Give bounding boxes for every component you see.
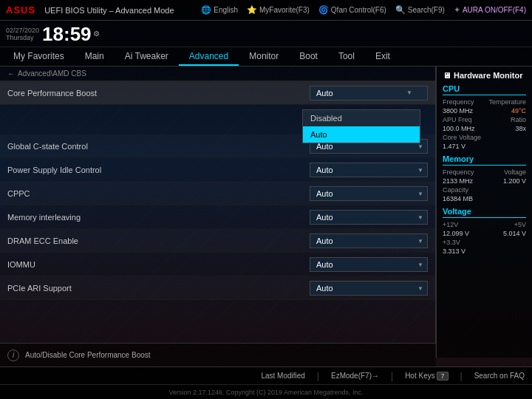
asus-logo: ASUS (6, 4, 35, 16)
setting-label-pcie-ari: PCIe ARI Support (7, 284, 310, 293)
setting-row-power-supply[interactable]: Power Supply Idle Control Auto ▼ (0, 158, 435, 182)
right-panel: 🖥 Hardware Monitor CPU Frequency Tempera… (436, 66, 532, 358)
setting-value-wrap-iommu: Auto ▼ (310, 257, 428, 272)
search-icon: 🔍 (395, 5, 406, 15)
bottom-item-last-modified[interactable]: Last Modified (261, 372, 304, 380)
footer: Version 2.17.1246. Copyright (C) 2019 Am… (0, 384, 532, 399)
hw-label-freq: Frequency (443, 98, 474, 106)
select-value: Auto (316, 89, 333, 98)
setting-value-wrap-pcie-ari: Auto ▼ (310, 281, 428, 296)
tab-exit[interactable]: Exit (365, 47, 400, 66)
setting-label-memory-interleaving: Memory interleaving (7, 213, 310, 222)
info-bar: i Auto/Disable Core Performance Boost (0, 343, 436, 358)
setting-select-power-supply[interactable]: Auto (310, 163, 428, 177)
date-line2: Thursday (6, 34, 39, 41)
setting-label-core-perf-boost: Core Performance Boost (7, 89, 310, 98)
hw-label-temp: Temperature (488, 98, 526, 106)
setting-label-cppc: CPPC (7, 189, 310, 198)
monitor-icon: 🖥 (443, 71, 451, 80)
hw-value-33v: 3.313 V (443, 248, 466, 255)
main-layout: ← Advanced\AMD CBS Core Performance Boos… (0, 66, 532, 358)
hw-value-temp: 49°C (511, 107, 526, 115)
hw-label-memfreq: Frequency (443, 168, 474, 176)
breadcrumb-path: Advanced\AMD CBS (18, 69, 86, 78)
hw-row-memfreq-label: Frequency Voltage (443, 168, 526, 176)
fan-icon: 🌀 (318, 5, 329, 15)
settings-list: Core Performance Boost Auto ▼ Disabled A… (0, 81, 435, 300)
breadcrumb: ← Advanced\AMD CBS (0, 66, 435, 81)
date-line1: 02/27/2020 (6, 27, 39, 34)
hw-row-apu: APU Freq Ratio (443, 116, 526, 123)
memory-section-title: Memory (443, 154, 526, 166)
star-icon: ⭐ (247, 5, 257, 15)
myfavorite-btn[interactable]: ⭐ MyFavorite(F3) (247, 5, 310, 15)
hw-value-apufreq: 100.0 MHz (443, 125, 475, 132)
setting-select-iommu[interactable]: Auto (310, 257, 428, 272)
bottom-item-search-faq[interactable]: Search on FAQ (474, 372, 525, 380)
aura-btn[interactable]: ✦ AURA ON/OFF(F4) (454, 5, 526, 15)
left-panel: ← Advanced\AMD CBS Core Performance Boos… (0, 66, 436, 358)
setting-value-wrap-memory-interleaving: Auto ▼ (310, 210, 428, 225)
tab-ai-tweaker[interactable]: Ai Tweaker (115, 47, 179, 66)
setting-select-memory-interleaving[interactable]: Auto (310, 210, 428, 225)
setting-row-iommu[interactable]: IOMMU Auto ▼ (0, 253, 435, 276)
language-label: English (214, 6, 238, 14)
language-selector[interactable]: 🌐 English (201, 5, 238, 15)
hw-row-corevolt-label: Core Voltage (443, 134, 526, 141)
top-bar: ASUS UEFI BIOS Utility – Advanced Mode 🌐… (0, 0, 532, 21)
info-icon: i (7, 349, 19, 358)
setting-row-cppc[interactable]: CPPC Auto ▼ (0, 182, 435, 205)
hw-monitor-title: 🖥 Hardware Monitor (443, 71, 526, 80)
setting-value-wrap-power-supply: Auto ▼ (310, 163, 428, 177)
hw-row-apu-val: 100.0 MHz 38x (443, 125, 526, 132)
setting-row-dram-ecc[interactable]: DRAM ECC Enable Auto ▼ (0, 229, 435, 253)
setting-select-dram-ecc[interactable]: Auto (310, 233, 428, 248)
bottom-item-hotkeys: Hot Keys 7 (405, 372, 448, 380)
hw-label-apufreq: APU Freq (443, 116, 472, 123)
dropdown-item-disabled[interactable]: Disabled (303, 110, 420, 126)
setting-label-global-cstate: Global C-state Control (7, 142, 310, 151)
hw-value-freq: 3800 MHz (443, 107, 473, 115)
time-display: 18:59 (42, 24, 92, 44)
footer-text: Version 2.17.1246. Copyright (C) 2019 Am… (168, 389, 363, 396)
hotkeys-key-badge[interactable]: 7 (437, 372, 448, 381)
setting-row-memory-interleaving[interactable]: Memory interleaving Auto ▼ (0, 205, 435, 229)
tab-boot[interactable]: Boot (289, 47, 328, 66)
hw-value-memvolt: 1.200 V (503, 177, 526, 185)
hw-label-memvolt: Voltage (504, 168, 526, 176)
tab-tool[interactable]: Tool (328, 47, 365, 66)
hw-row-memfreq-val: 2133 MHz 1.200 V (443, 177, 526, 185)
setting-row-core-perf-boost[interactable]: Core Performance Boost Auto ▼ Disabled A… (0, 81, 435, 105)
setting-row-pcie-ari[interactable]: PCIe ARI Support Auto ▼ (0, 276, 435, 300)
hw-value-5v: 5.014 V (503, 230, 526, 237)
tab-main[interactable]: Main (75, 47, 115, 66)
qfan-btn[interactable]: 🌀 Qfan Control(F6) (318, 5, 386, 15)
bottom-item-ezmode[interactable]: EzMode(F7)→ (331, 372, 379, 380)
tab-advanced[interactable]: Advanced (179, 47, 239, 66)
dropdown-item-auto[interactable]: Auto (303, 126, 420, 143)
hw-value-12v: 12.099 V (443, 230, 469, 237)
nav-tabs: My Favorites Main Ai Tweaker Advanced Mo… (0, 47, 532, 66)
setting-label-power-supply: Power Supply Idle Control (7, 166, 310, 174)
settings-gear-icon[interactable]: ⚙ (93, 30, 100, 38)
tab-my-favorites[interactable]: My Favorites (3, 47, 75, 66)
bottom-divider-2: | (391, 371, 393, 381)
hw-row-12v-val: 12.099 V 5.014 V (443, 230, 526, 237)
hw-label-ratio: Ratio (511, 116, 526, 123)
hw-row-33v-val: 3.313 V (443, 248, 526, 255)
setting-select-core-perf-boost[interactable]: Auto ▼ (310, 86, 428, 100)
setting-select-cppc[interactable]: Auto (310, 186, 428, 201)
setting-select-pcie-ari[interactable]: Auto (310, 281, 428, 296)
dropdown-menu-core-perf-boost: Disabled Auto (302, 109, 420, 143)
bottom-divider-1: | (317, 371, 319, 381)
hw-row-freq-val: 3800 MHz 49°C (443, 107, 526, 115)
tab-monitor[interactable]: Monitor (239, 47, 289, 66)
hw-value-corevolt: 1.471 V (443, 143, 466, 150)
search-btn[interactable]: 🔍 Search(F9) (395, 5, 445, 15)
date-section: 02/27/2020 Thursday (6, 27, 39, 41)
hw-label-33v: +3.3V (443, 239, 460, 246)
aura-icon: ✦ (454, 5, 460, 15)
hw-label-5v: +5V (514, 221, 526, 228)
time-bar: 02/27/2020 Thursday 18:59 ⚙ (0, 21, 532, 47)
hw-row-memcap-label: Capacity (443, 186, 526, 194)
